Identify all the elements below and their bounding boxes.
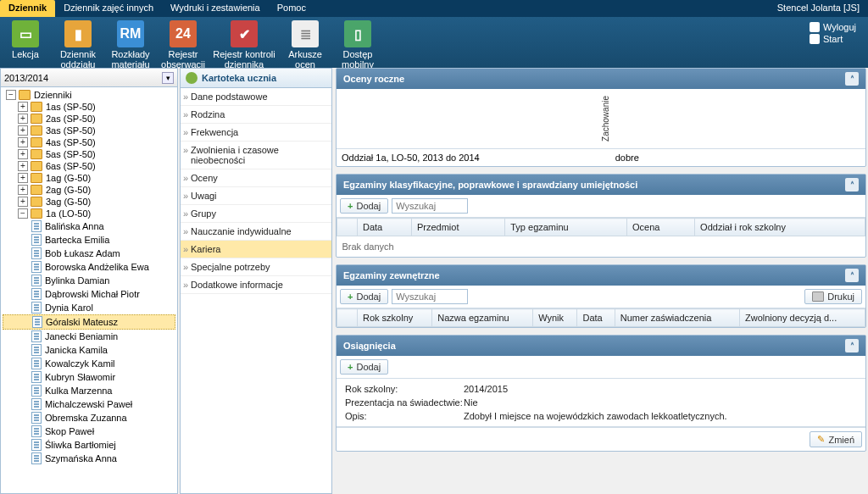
col-data[interactable]: Data — [577, 309, 615, 327]
panel-title-egz-zew: Egzaminy zewnętrzne — [343, 270, 440, 280]
tree-node[interactable]: Kulka Marzenna — [3, 384, 175, 397]
tree-node[interactable]: Szymańska Anna — [3, 452, 175, 465]
col-data[interactable]: Data — [358, 219, 412, 236]
tree-node[interactable]: Śliwka Bartłomiej — [3, 438, 175, 452]
collapse-icon[interactable]: ˄ — [845, 339, 859, 352]
kartoteka-item[interactable]: Uwagi — [181, 187, 331, 205]
current-user: Stencel Jolanta [JS] — [769, 0, 868, 17]
kartoteka-item[interactable]: Kariera — [181, 241, 331, 258]
add-button[interactable]: +Dodaj — [340, 198, 388, 214]
col-numer[interactable]: Numer zaświadczenia — [615, 309, 739, 327]
add-button[interactable]: +Dodaj — [340, 289, 388, 304]
value-opis: Zdobył I miejsce na wojewódzkich zawodac… — [464, 411, 727, 421]
tree-node[interactable]: Dynia Karol — [3, 301, 175, 314]
ribbon-rejestr-kontroli[interactable]: ✔Rejestr kontroli dziennika — [210, 20, 278, 69]
tree-node[interactable]: −1a (LO-50) — [3, 208, 175, 219]
egz-klas-grid: Data Przedmiot Typ egzaminu Ocena Oddzia… — [337, 218, 865, 257]
kartoteka-item[interactable]: Oceny — [181, 169, 331, 187]
tree-node[interactable]: Dąbrowski Michał Piotr — [3, 287, 175, 301]
panel-egz-klas: Egzaminy klasyfikacyjne, poprawkowe i sp… — [336, 174, 866, 258]
tree-node[interactable]: Bartecka Emilia — [3, 233, 175, 247]
kartoteka-item[interactable]: Rodzina — [181, 106, 331, 124]
col-typ[interactable]: Typ egzaminu — [505, 219, 627, 236]
egz-zew-grid: Rok szkolny Nazwa egzaminu Wynik Data Nu… — [337, 308, 865, 327]
tab-dziennik[interactable]: Dziennik — [0, 0, 55, 17]
tree-node[interactable]: Góralski Mateusz — [3, 314, 175, 330]
tree-node[interactable]: Janicka Kamila — [3, 343, 175, 357]
empty-row: Brak danych — [337, 236, 865, 258]
tree-node[interactable]: +5as (SP-50) — [3, 148, 175, 160]
tree-node[interactable]: +2ag (G-50) — [3, 184, 175, 196]
tab-dziennik-innych[interactable]: Dziennik zajęć innych — [55, 0, 162, 17]
kartoteka-item[interactable]: Zwolnienia i czasowe nieobecności — [181, 142, 331, 169]
tree-node[interactable]: Obremska Zuzanna — [3, 411, 175, 425]
collapse-icon[interactable]: ˄ — [845, 178, 859, 191]
kartoteka-item[interactable]: Dodatkowe informacje — [181, 276, 331, 294]
ribbon-rejestr-obserwacji[interactable]: 24Rejestr obserwacji — [158, 20, 209, 69]
tree-node[interactable]: +1ag (G-50) — [3, 172, 175, 184]
panel-egz-zew: Egzaminy zewnętrzne˄ +Dodaj Drukuj Rok s… — [336, 264, 866, 328]
tree-node[interactable]: Skop Paweł — [3, 425, 175, 438]
kartoteka-item[interactable]: Frekwencja — [181, 124, 331, 142]
tree-node[interactable]: Michalczewski Paweł — [3, 397, 175, 411]
ribbon-rozklady[interactable]: RMRozkłady materiału — [105, 20, 156, 69]
collapse-icon[interactable]: ˄ — [845, 72, 859, 86]
tree-node[interactable]: +6as (SP-50) — [3, 160, 175, 172]
ribbon: ▭Lekcja ▮Dziennik oddziału RMRozkłady ma… — [0, 17, 868, 68]
printer-icon — [812, 291, 824, 302]
tree-node[interactable]: Balińska Anna — [3, 219, 175, 233]
ribbon-dostep-mobilny[interactable]: ▯Dostęp mobilny — [332, 20, 383, 69]
tree-node[interactable]: +1as (SP-50) — [3, 101, 175, 113]
tree-node[interactable]: +2as (SP-50) — [3, 113, 175, 125]
kartoteka-menu: Kartoteka ucznia Dane podstawoweRodzinaF… — [180, 68, 332, 494]
col-przedmiot[interactable]: Przedmiot — [411, 219, 504, 236]
tree: −Dzienniki+1as (SP-50)+2as (SP-50)+3as (… — [1, 87, 177, 493]
start-link[interactable]: Start — [810, 34, 856, 44]
tab-wydruki[interactable]: Wydruki i zestawienia — [162, 0, 269, 17]
panel-title-oceny: Oceny roczne — [343, 74, 404, 84]
tree-node[interactable]: Bylinka Damian — [3, 274, 175, 287]
oceny-value: dobre — [615, 153, 639, 163]
search-input[interactable] — [392, 198, 468, 214]
add-button[interactable]: +Dodaj — [340, 359, 388, 375]
col-rok[interactable]: Rok szkolny — [358, 309, 432, 327]
col-nazwa[interactable]: Nazwa egzaminu — [432, 309, 533, 327]
kartoteka-title: Kartoteka ucznia — [202, 73, 276, 83]
tree-panel: 2013/2014 ▾ −Dzienniki+1as (SP-50)+2as (… — [0, 68, 178, 494]
col-zwolniony[interactable]: Zwolniony decyzją d... — [739, 309, 865, 327]
col-ocena[interactable]: Ocena — [626, 219, 694, 236]
print-button[interactable]: Drukuj — [804, 289, 862, 304]
ribbon-dziennik-oddzialu[interactable]: ▮Dziennik oddziału — [53, 20, 103, 69]
kartoteka-item[interactable]: Specjalne potrzeby — [181, 258, 331, 276]
tree-node[interactable]: +4as (SP-50) — [3, 136, 175, 148]
pencil-icon: ✎ — [817, 434, 825, 445]
ribbon-lekcja[interactable]: ▭Lekcja — [0, 20, 51, 59]
student-icon — [186, 72, 198, 84]
panel-osiagniecia: Osiągnięcia˄ +Dodaj Rok szkolny:2014/201… — [336, 335, 866, 452]
tree-node[interactable]: Borowska Andżelika Ewa — [3, 260, 175, 274]
search-input[interactable] — [392, 289, 468, 304]
year-dropdown-icon[interactable]: ▾ — [162, 72, 174, 84]
year-selector[interactable]: 2013/2014 — [4, 73, 162, 83]
tree-node[interactable]: Kubryn Sławomir — [3, 370, 175, 384]
col-oddzial[interactable]: Oddział i rok szkolny — [695, 219, 865, 236]
tree-node[interactable]: −Dzienniki — [3, 89, 175, 101]
kartoteka-item[interactable]: Grupy — [181, 205, 331, 223]
tree-node[interactable]: Kowalczyk Kamil — [3, 357, 175, 370]
kartoteka-item[interactable]: Dane podstawowe — [181, 88, 331, 106]
kartoteka-item[interactable]: Nauczanie indywidualne — [181, 223, 331, 241]
tree-node[interactable]: Janecki Beniamin — [3, 330, 175, 343]
edit-button[interactable]: ✎Zmień — [810, 431, 862, 447]
tree-node[interactable]: +3as (SP-50) — [3, 125, 175, 136]
panel-title-osiag: Osiągnięcia — [343, 341, 396, 351]
logout-link[interactable]: Wyloguj — [810, 22, 856, 32]
tab-pomoc[interactable]: Pomoc — [269, 0, 314, 17]
lock-icon — [810, 22, 820, 32]
content: Oceny roczne˄ Zachowanie Oddział 1a, LO-… — [336, 68, 868, 494]
value-prezentacja: Nie — [464, 397, 478, 408]
col-wynik[interactable]: Wynik — [533, 309, 577, 327]
ribbon-arkusze-ocen[interactable]: ≣Arkusze ocen — [280, 20, 331, 69]
tree-node[interactable]: Bob Łukasz Adam — [3, 247, 175, 260]
tree-node[interactable]: +3ag (G-50) — [3, 196, 175, 208]
collapse-icon[interactable]: ˄ — [845, 269, 859, 282]
